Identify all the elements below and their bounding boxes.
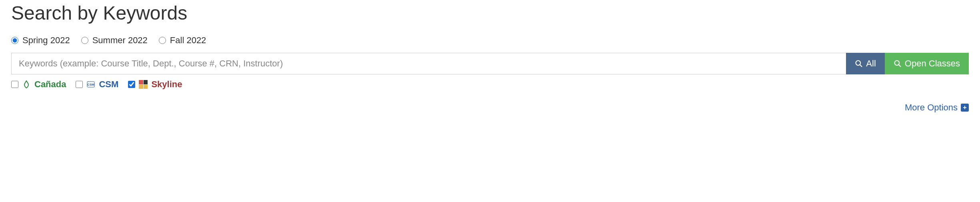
svg-line-3	[898, 65, 900, 67]
college-checkbox-canada[interactable]	[11, 81, 18, 88]
term-radio-fall[interactable]	[159, 37, 166, 44]
term-selector: Spring 2022 Summer 2022 Fall 2022	[11, 35, 969, 46]
search-icon	[894, 60, 902, 68]
search-all-button[interactable]: All	[846, 53, 884, 74]
term-label: Fall 2022	[170, 35, 206, 46]
canada-logo-icon	[22, 80, 31, 89]
term-radio-spring[interactable]	[11, 37, 18, 44]
term-option-summer[interactable]: Summer 2022	[81, 35, 148, 46]
college-option-canada[interactable]: Cañada	[11, 79, 66, 90]
svg-line-1	[860, 65, 862, 67]
more-options-link[interactable]: More Options +	[905, 102, 969, 113]
college-option-skyline[interactable]: Skyline	[128, 79, 182, 90]
college-option-csm[interactable]: CSM CSM	[76, 79, 118, 90]
term-radio-summer[interactable]	[81, 37, 88, 44]
term-option-spring[interactable]: Spring 2022	[11, 35, 70, 46]
search-all-label: All	[866, 58, 876, 69]
search-open-label: Open Classes	[905, 58, 960, 69]
skyline-logo-icon	[138, 80, 148, 89]
more-options-label: More Options	[905, 102, 958, 113]
college-label: Skyline	[151, 79, 182, 90]
svg-text:CSM: CSM	[88, 83, 95, 86]
college-checkbox-skyline[interactable]	[128, 81, 135, 88]
term-label: Spring 2022	[22, 35, 70, 46]
footer: More Options +	[11, 102, 969, 113]
college-label: CSM	[99, 79, 118, 90]
page-title: Search by Keywords	[11, 2, 969, 24]
search-open-button[interactable]: Open Classes	[885, 53, 969, 74]
term-option-fall[interactable]: Fall 2022	[159, 35, 206, 46]
search-bar: All Open Classes	[11, 53, 969, 74]
term-label: Summer 2022	[92, 35, 148, 46]
keywords-input[interactable]	[11, 53, 846, 74]
college-filter: Cañada CSM CSM Skyline	[11, 79, 969, 90]
search-icon	[855, 60, 863, 68]
csm-logo-icon: CSM	[86, 80, 96, 89]
plus-icon: +	[961, 104, 969, 112]
college-label: Cañada	[34, 79, 66, 90]
college-checkbox-csm[interactable]	[76, 81, 83, 88]
